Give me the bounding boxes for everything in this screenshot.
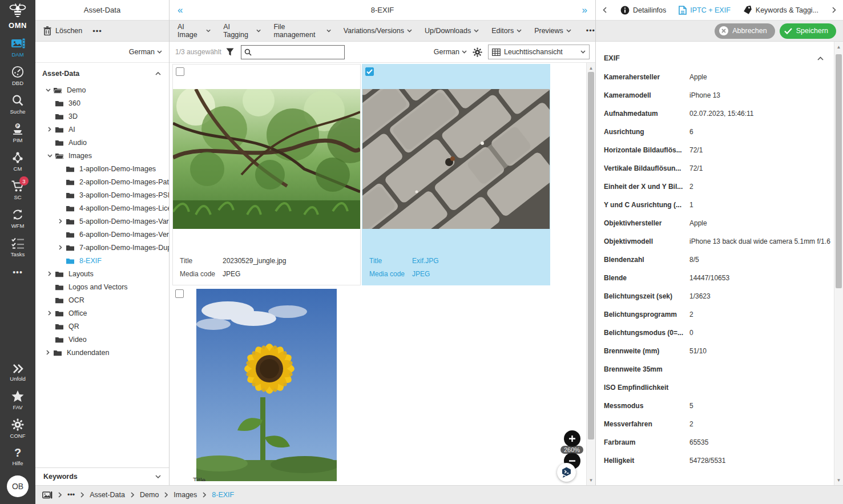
- sidebar-item-conf[interactable]: CONF: [0, 418, 35, 439]
- menu-ai-image[interactable]: AI Image: [178, 23, 211, 39]
- tree-item-logos[interactable]: Logos and Vectors: [35, 280, 169, 293]
- omn-logo[interactable]: OMN: [8, 3, 27, 30]
- tree-item-1-apollon[interactable]: 1-apollon-Demo-Images: [35, 162, 169, 175]
- tree-item-audio[interactable]: Audio: [35, 136, 169, 149]
- zoom-in-button[interactable]: [564, 430, 580, 447]
- tree-item-4-apollon[interactable]: 4-apollon-Demo-Images-Lice: [35, 201, 169, 215]
- exif-row: KameramodelliPhone 13: [604, 86, 830, 104]
- folder-icon: [54, 283, 64, 291]
- tree-item-label: Layouts: [68, 270, 94, 278]
- menu-variations-versions[interactable]: Variations/Versions: [344, 27, 412, 35]
- sidebar-item-tasks[interactable]: Tasks: [0, 237, 35, 257]
- tabs-next-chevron[interactable]: [832, 7, 836, 13]
- sidebar-item-hilfe[interactable]: ? Hilfe: [0, 447, 35, 466]
- keywords-section-header[interactable]: Keywords: [35, 467, 169, 485]
- tree-root-header[interactable]: Asset-Data: [35, 67, 169, 83]
- menu-file-management[interactable]: File management: [273, 23, 330, 39]
- search-box[interactable]: [241, 45, 345, 59]
- asset-card-sunflower[interactable]: Title: [172, 287, 361, 481]
- tree-item-ai[interactable]: AI: [35, 123, 169, 136]
- tree-item-label: Kundendaten: [67, 349, 109, 357]
- support-chat-button[interactable]: [557, 463, 576, 482]
- grid-scrollbar-thumb[interactable]: [588, 72, 594, 440]
- tree-item-3d[interactable]: 3D: [35, 110, 169, 123]
- sidebar-item-pim[interactable]: P PIM: [0, 123, 35, 143]
- tree-item-8-exif[interactable]: 8-EXIF: [35, 254, 169, 267]
- tab-detailinfos[interactable]: Detailinfos: [620, 6, 666, 15]
- filter-funnel-icon[interactable]: [226, 48, 234, 56]
- tree-item-video[interactable]: Video: [35, 333, 169, 346]
- asset-card-jungle[interactable]: Title 20230529_jungle.jpg Media code JPE…: [172, 64, 361, 285]
- breadcrumb-separator-icon: [164, 492, 168, 498]
- save-button[interactable]: Speichern: [780, 23, 836, 39]
- tree-item-layouts[interactable]: Layouts: [35, 267, 169, 280]
- tree-item-2-apollon[interactable]: 2-apollon-Demo-Images-Patl: [35, 175, 169, 188]
- detail-panel: Detailinfos IPTC + E: [596, 0, 843, 485]
- detail-scrollbar[interactable]: ▲ ▼: [834, 42, 843, 485]
- sidebar-item-fav[interactable]: FAV: [0, 390, 35, 410]
- tree-item-label: 3-apollon-Demo-Images-PSD: [79, 191, 169, 199]
- tree-item-kundendaten[interactable]: Kundendaten: [35, 346, 169, 359]
- delete-button[interactable]: Löschen: [35, 26, 82, 35]
- exif-section-header[interactable]: EXIF: [604, 50, 830, 67]
- sidebar-item-cm[interactable]: CM: [0, 151, 35, 172]
- search-input[interactable]: [254, 48, 341, 56]
- sidebar-item-unfold[interactable]: Unfold: [0, 364, 35, 382]
- card-checkbox-unchecked[interactable]: [176, 67, 184, 76]
- sidebar-item-wfm[interactable]: WFM: [0, 208, 35, 229]
- asset-grid-panel: « 8-EXIF » AI Image AI Tagging File mana…: [170, 0, 596, 485]
- exif-row: Helligkeit54728/5531: [604, 451, 830, 470]
- sidebar-item-suche[interactable]: Suche: [0, 94, 35, 115]
- tree-item-7-apollon[interactable]: 7-apollon-Demo-Images-Dup: [35, 241, 169, 254]
- menu-ai-tagging[interactable]: AI Tagging: [223, 23, 261, 39]
- tabs-prev-chevron[interactable]: [603, 7, 607, 13]
- tree-item-images[interactable]: Images: [35, 149, 169, 162]
- tree-item-ocr[interactable]: OCR: [35, 293, 169, 307]
- collapse-left-chevrons[interactable]: «: [178, 5, 183, 15]
- menu-editors[interactable]: Editors: [491, 27, 522, 35]
- caret-right-icon: [45, 125, 54, 134]
- breadcrumb-8-exif[interactable]: 8-EXIF: [212, 491, 234, 499]
- tab-keywords-tagging[interactable]: Keywords & Taggi...: [743, 6, 818, 14]
- sidebar-item-dam[interactable]: DAM: [0, 38, 35, 58]
- app-window: OMN DAM: [0, 0, 843, 504]
- grid-scrollbar[interactable]: ▲ ▼: [586, 63, 595, 485]
- detail-scrollbar-thumb[interactable]: [836, 54, 842, 288]
- sidebar-more-button[interactable]: •••: [13, 268, 23, 277]
- asset-card-exif[interactable]: Title Exif.JPG Media code JPEG: [362, 64, 550, 285]
- tree-language-value: German: [129, 48, 155, 56]
- tree-item-360[interactable]: 360: [35, 96, 169, 110]
- cancel-button[interactable]: Abbrechen: [715, 23, 775, 39]
- chevron-up-icon: [155, 72, 161, 75]
- card-title-value: Exif.JPG: [412, 257, 439, 265]
- view-settings-gear-icon[interactable]: [473, 47, 482, 57]
- menu-up-downloads[interactable]: Up/Downloads: [425, 27, 479, 35]
- tree-item-3-apollon[interactable]: 3-apollon-Demo-Images-PSD: [35, 188, 169, 201]
- collapse-right-chevrons[interactable]: »: [582, 5, 587, 15]
- tree-item-6-apollon[interactable]: 6-apollon-Demo-Images-Vers: [35, 228, 169, 241]
- sidebar-item-dbd[interactable]: DBD: [0, 66, 35, 86]
- menu-more-button[interactable]: •••: [586, 27, 595, 35]
- breadcrumb-photo-icon[interactable]: [42, 491, 53, 499]
- user-avatar[interactable]: OB: [7, 475, 29, 497]
- tree-item-qr[interactable]: QR: [35, 320, 169, 333]
- breadcrumb-more[interactable]: •••: [67, 491, 75, 499]
- tree-item-office[interactable]: Office: [35, 307, 169, 320]
- tree-item-5-apollon[interactable]: 5-apollon-Demo-Images-Vari: [35, 215, 169, 228]
- tree-item-demo[interactable]: Demo: [35, 83, 169, 96]
- tree-language-select[interactable]: German: [35, 42, 169, 63]
- breadcrumb-asset-data[interactable]: Asset-Data: [90, 491, 125, 499]
- tab-iptc-exif[interactable]: IPTC + EXIF: [679, 6, 731, 15]
- card-checkbox-unchecked[interactable]: [175, 289, 184, 298]
- selection-count: 1/3 ausgewählt: [175, 48, 221, 56]
- menu-previews[interactable]: Previews: [534, 27, 571, 35]
- sidebar-item-sc[interactable]: 3 SC: [0, 180, 35, 200]
- breadcrumb-demo[interactable]: Demo: [140, 491, 159, 499]
- breadcrumb-images[interactable]: Images: [174, 491, 197, 499]
- exif-row: Y und C Ausrichtung (...1: [604, 196, 830, 214]
- card-checkbox-checked[interactable]: [365, 67, 374, 76]
- tree-toolbar-more-button[interactable]: •••: [92, 27, 102, 35]
- grid-language-select[interactable]: German: [434, 48, 467, 56]
- tree-item-label: QR: [68, 322, 79, 330]
- view-mode-select[interactable]: Leuchttischansicht: [488, 45, 590, 59]
